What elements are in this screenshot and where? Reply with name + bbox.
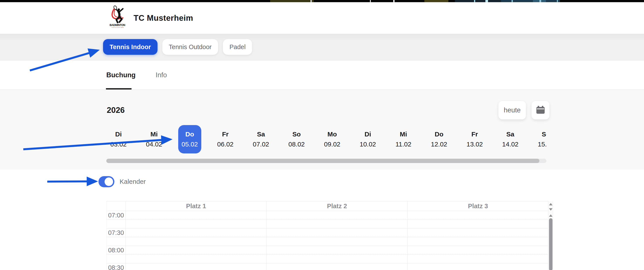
calendar-icon — [536, 106, 545, 115]
date-day-label: Di — [115, 130, 122, 138]
slot-platz-1-07:30[interactable] — [126, 228, 266, 237]
date-date-label: 10.02 — [360, 141, 376, 148]
kalender-toggle-label: Kalender — [120, 178, 146, 185]
date-cell-14.02[interactable]: Sa14.02 — [492, 125, 528, 154]
slot-platz-3-07:00-half[interactable] — [408, 220, 548, 228]
date-cell-inner: Mi11.02 — [392, 125, 415, 154]
date-date-label: 05.02 — [182, 141, 198, 148]
date-cell-08.02[interactable]: So08.02 — [279, 125, 314, 154]
date-day-label: Sa — [257, 130, 265, 138]
sport-tab-tennis-outdoor[interactable]: Tennis Outdoor — [162, 39, 218, 55]
slot-platz-1-07:00-half[interactable] — [126, 220, 266, 228]
date-date-label: 15.02 — [538, 141, 546, 148]
slot-platz-1-07:00[interactable] — [126, 211, 266, 220]
background-strip-segment — [557, 0, 558, 2]
date-day-label: So — [542, 130, 546, 138]
date-cell-inner: Fr06.02 — [214, 125, 237, 154]
background-window-strip — [0, 0, 644, 2]
court-header-platz-2: Platz 2 — [266, 201, 408, 211]
slot-platz-1-08:30[interactable] — [126, 263, 266, 270]
booking-page: BADMINTON YOUR SLOGAN HERE TC Musterheim… — [0, 0, 644, 270]
calendar-picker-button[interactable] — [532, 101, 550, 119]
date-cell-15.02[interactable]: So15.02 — [528, 125, 546, 154]
court-schedule-grid: Platz 1Platz 2Platz 307:0007:3008:0008:3… — [106, 201, 548, 270]
date-cell-inner: So08.02 — [285, 125, 308, 154]
kalender-toggle[interactable] — [98, 176, 114, 187]
slot-platz-2-07:00-half[interactable] — [266, 220, 408, 228]
date-day-label: So — [292, 130, 301, 138]
date-date-label: 03.02 — [110, 141, 126, 148]
date-cell-inner: Sa14.02 — [499, 125, 522, 154]
scroll-up-icon[interactable] — [549, 214, 552, 217]
date-cell-12.02[interactable]: Do12.02 — [421, 125, 457, 154]
background-strip-segment — [270, 0, 314, 2]
date-date-label: 04.02 — [146, 141, 162, 148]
background-strip-segment — [393, 0, 394, 2]
grid-scrollbar[interactable] — [548, 201, 553, 270]
slot-platz-2-08:00-half[interactable] — [266, 254, 408, 263]
time-label-08:00: 08:00 — [106, 246, 126, 254]
toggle-knob — [104, 177, 113, 186]
tab-info[interactable]: Info — [156, 71, 167, 79]
date-day-label: Mi — [400, 130, 407, 138]
date-cell-inner: Mo09.02 — [321, 125, 344, 154]
slot-platz-2-07:30[interactable] — [266, 228, 408, 237]
slot-platz-2-08:00[interactable] — [266, 246, 408, 254]
grid-scrollbar-thumb[interactable] — [549, 218, 552, 270]
slot-platz-2-08:30[interactable] — [266, 263, 408, 270]
date-date-label: 13.02 — [466, 141, 483, 148]
slot-platz-3-07:00[interactable] — [408, 211, 548, 220]
date-date-label: 06.02 — [217, 141, 234, 148]
slot-platz-3-07:30[interactable] — [408, 228, 548, 237]
sport-tab-tennis-indoor[interactable]: Tennis Indoor — [103, 39, 158, 55]
grid-corner-cell — [106, 201, 126, 211]
tab-buchung[interactable]: Buchung — [106, 71, 136, 79]
time-label-08:30: 08:30 — [106, 263, 126, 270]
date-date-label: 09.02 — [324, 141, 340, 148]
view-tabs: BuchungInfo — [106, 61, 167, 89]
date-cell-11.02[interactable]: Mi11.02 — [386, 125, 421, 154]
date-cell-13.02[interactable]: Fr13.02 — [457, 125, 492, 154]
slot-platz-2-07:00[interactable] — [266, 211, 408, 220]
background-strip-segment — [370, 0, 371, 2]
year-label: 2026 — [107, 106, 124, 115]
logo-slogan-text: YOUR SLOGAN HERE — [111, 27, 124, 28]
background-strip-segment — [474, 0, 475, 2]
slot-platz-3-07:30-half[interactable] — [408, 237, 548, 246]
date-cell-05.02[interactable]: Do05.02 — [172, 125, 208, 154]
slot-platz-3-08:00[interactable] — [408, 246, 548, 254]
date-date-label: 14.02 — [502, 141, 518, 148]
date-cell-04.02[interactable]: Mi04.02 — [136, 125, 172, 154]
today-button[interactable]: heute — [498, 101, 526, 119]
date-cell-inner: Sa07.02 — [250, 125, 272, 154]
slot-platz-1-08:00-half[interactable] — [126, 254, 266, 263]
slot-platz-3-08:30[interactable] — [408, 263, 548, 270]
date-cell-inner: Mi04.02 — [142, 125, 166, 154]
date-cell-06.02[interactable]: Fr06.02 — [208, 125, 243, 154]
scroll-up-icon[interactable] — [549, 203, 552, 205]
view-tab-bar: BuchungInfo — [0, 61, 644, 90]
slot-platz-1-07:30-half[interactable] — [126, 237, 266, 246]
logo-brand-text: BADMINTON — [110, 24, 126, 27]
sport-tab-padel[interactable]: Padel — [223, 39, 252, 55]
date-cell-inner: Di10.02 — [356, 125, 379, 154]
date-strip-scrollbar[interactable] — [106, 159, 546, 163]
date-cell-10.02[interactable]: Di10.02 — [350, 125, 386, 154]
scroll-down-icon[interactable] — [549, 208, 552, 211]
date-date-label: 12.02 — [431, 141, 447, 148]
slot-platz-3-08:00-half[interactable] — [408, 254, 548, 263]
date-day-label: Fr — [472, 130, 478, 138]
slot-platz-1-08:00[interactable] — [126, 246, 266, 254]
time-label-07:00: 07:00 — [106, 211, 126, 220]
background-strip-segment — [486, 0, 488, 2]
background-strip-segment — [501, 0, 560, 2]
date-day-label: Sa — [506, 130, 514, 138]
date-cell-07.02[interactable]: Sa07.02 — [243, 125, 279, 154]
active-tab-underline — [106, 88, 132, 89]
date-date-label: 07.02 — [253, 141, 269, 148]
date-cell-03.02[interactable]: Di03.02 — [101, 125, 136, 154]
date-strip: Di03.02Mi04.02Do05.02Fr06.02Sa07.02So08.… — [101, 125, 546, 154]
date-cell-09.02[interactable]: Mo09.02 — [314, 125, 350, 154]
date-strip-scrollbar-thumb[interactable] — [106, 159, 540, 163]
slot-platz-2-07:30-half[interactable] — [266, 237, 408, 246]
